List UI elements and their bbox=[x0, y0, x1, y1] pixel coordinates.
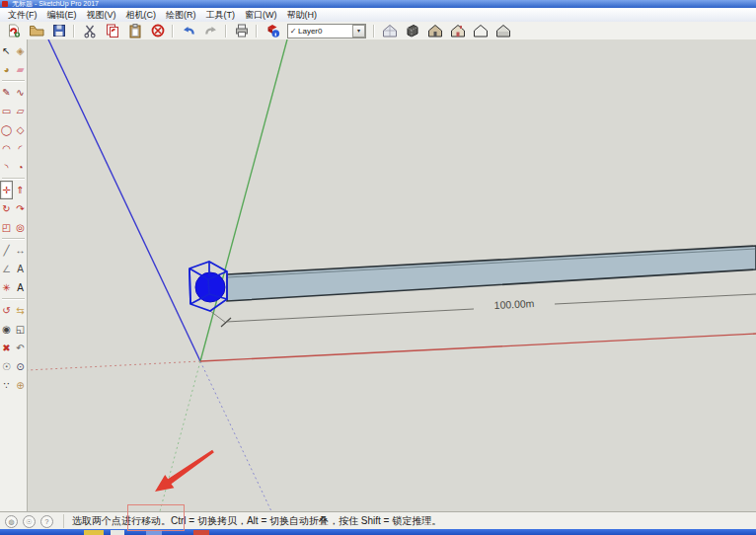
blue-axis bbox=[48, 39, 200, 361]
model-info-button[interactable] bbox=[261, 22, 283, 39]
blue-axis-negative bbox=[200, 361, 271, 511]
windows-taskbar[interactable] bbox=[0, 529, 756, 535]
two-point-arc-tool[interactable]: ◜ bbox=[14, 139, 27, 158]
line-tool[interactable]: ✎ bbox=[0, 83, 13, 102]
look-around-tool[interactable]: ⊙ bbox=[14, 357, 27, 376]
credits-icon[interactable]: ☉ bbox=[23, 515, 36, 528]
layer-value: Layer0 bbox=[298, 27, 352, 36]
text-tool[interactable]: A bbox=[14, 260, 27, 278]
layer-combobox[interactable]: ✓Layer0▾ bbox=[287, 24, 366, 38]
menu-item-camera[interactable]: 相机(C) bbox=[121, 9, 162, 22]
menu-item-view[interactable]: 视图(V) bbox=[82, 9, 121, 22]
walk-tool[interactable]: ∵ bbox=[0, 376, 13, 395]
toolbar-separator bbox=[172, 25, 174, 38]
print-button[interactable] bbox=[230, 22, 253, 39]
protractor-tool[interactable]: ∠ bbox=[0, 260, 13, 278]
red-axis-negative bbox=[28, 361, 200, 370]
dimension-tool[interactable]: ↔ bbox=[14, 241, 27, 260]
paint-bucket-tool[interactable]: ◕ bbox=[0, 60, 13, 79]
toolbar-separator bbox=[73, 25, 75, 38]
pan-tool[interactable]: ⇆ bbox=[14, 301, 27, 320]
face-style-wireframe-button[interactable] bbox=[469, 22, 491, 39]
rotated-rectangle-tool[interactable]: ▱ bbox=[14, 102, 27, 120]
face-style-shaded-button[interactable] bbox=[423, 22, 446, 39]
menu-item-help[interactable]: 帮助(H) bbox=[282, 9, 323, 22]
main-toolbar: ✓Layer0▾ bbox=[0, 22, 756, 40]
palette-separator bbox=[2, 298, 25, 300]
dimension-label: 100.00m bbox=[493, 297, 535, 311]
palette-separator bbox=[2, 80, 25, 82]
face-style-xray-button[interactable] bbox=[378, 22, 401, 39]
previous-tool[interactable]: ↶ bbox=[14, 339, 27, 357]
menu-bar: 文件(F)编辑(E)视图(V)相机(C)绘图(R)工具(T)窗口(W)帮助(H) bbox=[0, 8, 756, 23]
toolbar-separator bbox=[225, 25, 227, 38]
zoom-tool[interactable]: ◉ bbox=[0, 320, 13, 339]
status-message: 选取两个点进行移动。Ctrl = 切换拷贝，Alt = 切换自动折叠，按住 Sh… bbox=[63, 514, 441, 528]
three-d-text-tool[interactable]: A bbox=[14, 278, 27, 297]
face-style-monochrome-button[interactable] bbox=[491, 22, 514, 39]
zoom-extents-tool[interactable]: ✖ bbox=[0, 339, 13, 357]
model-view: 100.00m bbox=[28, 39, 756, 511]
arc-tool[interactable]: ◠ bbox=[0, 139, 13, 158]
face-style-back-edges-button[interactable] bbox=[401, 22, 423, 39]
menu-item-tools[interactable]: 工具(T) bbox=[201, 9, 241, 22]
orbit-tool[interactable]: ↺ bbox=[0, 301, 13, 320]
erase-button[interactable] bbox=[146, 22, 169, 39]
rotate-tool[interactable]: ↻ bbox=[0, 199, 13, 218]
paste-button[interactable] bbox=[123, 22, 146, 39]
pie-tool[interactable]: ◔ bbox=[14, 158, 27, 177]
menu-item-file[interactable]: 文件(F) bbox=[3, 9, 42, 22]
select-tool[interactable]: ↖ bbox=[0, 41, 13, 60]
offset-tool[interactable]: ◎ bbox=[14, 218, 27, 237]
layer-dropdown-arrow-icon[interactable]: ▾ bbox=[352, 25, 365, 38]
make-component-tool[interactable]: ◈ bbox=[14, 41, 27, 60]
rectangle-tool[interactable]: ▭ bbox=[0, 102, 13, 120]
tape-measure-tool[interactable]: ╱ bbox=[0, 241, 13, 260]
geo-location-icon[interactable]: ◍ bbox=[5, 515, 18, 528]
title-bar: 无标题 - SketchUp Pro 2017 bbox=[0, 0, 756, 8]
menu-item-draw[interactable]: 绘图(R) bbox=[161, 9, 201, 22]
toolbar-separator bbox=[373, 25, 375, 38]
taskbar-item[interactable] bbox=[84, 530, 104, 535]
polygon-tool[interactable]: ◇ bbox=[14, 120, 27, 139]
dimension-100m[interactable]: 100.00m bbox=[210, 294, 756, 327]
status-bar: ◍☉?选取两个点进行移动。Ctrl = 切换拷贝，Alt = 切换自动折叠，按住… bbox=[0, 511, 756, 530]
menu-item-window[interactable]: 窗口(W) bbox=[240, 9, 282, 22]
tool-palette: ↖◈◕▰✎∿▭▱◯◇◠◜◝◔✛⇑↻↷◰◎╱↔∠A✳A↺⇆◉◱✖↶☉⊙∵⊕ bbox=[0, 39, 28, 511]
window-title: 无标题 - SketchUp Pro 2017 bbox=[12, 0, 99, 7]
axes-tool[interactable]: ✳ bbox=[0, 278, 13, 297]
red-axis bbox=[200, 334, 756, 361]
sketchup-logo-icon bbox=[2, 1, 8, 7]
palette-separator bbox=[2, 178, 25, 180]
scale-tool[interactable]: ◰ bbox=[0, 218, 13, 237]
eraser-tool[interactable]: ▰ bbox=[14, 60, 27, 79]
copy-button[interactable] bbox=[101, 22, 123, 39]
push-pull-tool[interactable]: ⇑ bbox=[14, 181, 27, 199]
palette-separator bbox=[2, 238, 25, 240]
help-icon[interactable]: ? bbox=[40, 515, 53, 528]
layer-check-icon: ✓ bbox=[288, 27, 298, 36]
taskbar-item[interactable] bbox=[111, 530, 124, 535]
drawing-canvas[interactable]: 100.00m bbox=[28, 39, 756, 511]
move-tool[interactable]: ✛ bbox=[0, 181, 13, 199]
menu-item-edit[interactable]: 编辑(E) bbox=[42, 9, 82, 22]
section-plane-tool[interactable]: ⊕ bbox=[14, 376, 27, 395]
annotation-arrow bbox=[155, 450, 214, 492]
taskbar-item[interactable] bbox=[193, 530, 209, 535]
freehand-tool[interactable]: ∿ bbox=[14, 83, 27, 102]
zoom-window-tool[interactable]: ◱ bbox=[14, 320, 27, 339]
follow-me-tool[interactable]: ↷ bbox=[14, 199, 27, 218]
cut-button[interactable] bbox=[78, 22, 101, 39]
undo-button[interactable] bbox=[177, 22, 199, 39]
toolbar-separator bbox=[256, 25, 258, 38]
taskbar-item[interactable] bbox=[146, 530, 162, 535]
circle-tool[interactable]: ◯ bbox=[0, 120, 13, 139]
redo-button[interactable] bbox=[199, 22, 222, 39]
open-button[interactable] bbox=[25, 22, 47, 39]
position-camera-tool[interactable]: ☉ bbox=[0, 357, 13, 376]
new-button[interactable] bbox=[2, 22, 25, 39]
face-style-shaded-textures-button[interactable] bbox=[446, 22, 469, 39]
selected-sphere-component[interactable] bbox=[189, 262, 227, 311]
save-button[interactable] bbox=[47, 22, 70, 39]
three-point-arc-tool[interactable]: ◝ bbox=[0, 158, 13, 177]
